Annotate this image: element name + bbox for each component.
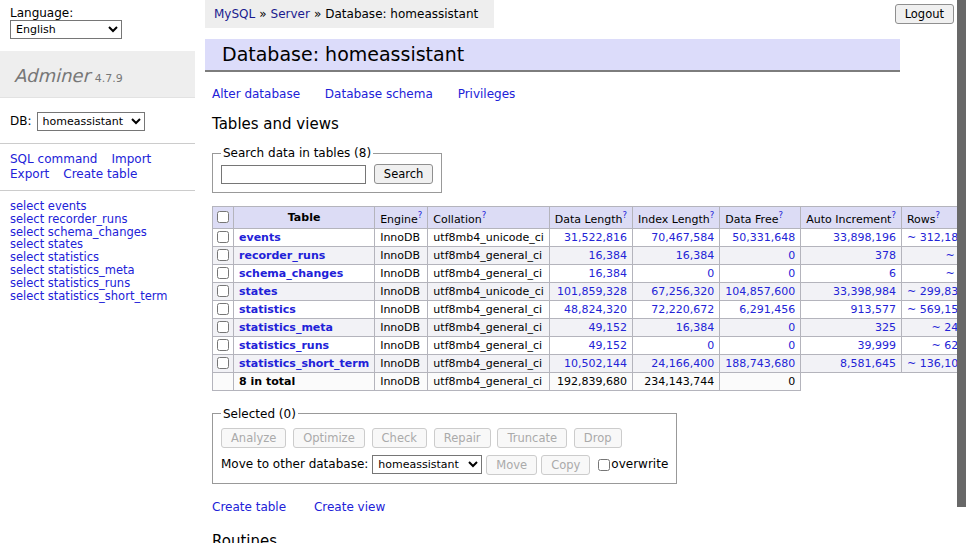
export-link[interactable]: Export (10, 167, 49, 181)
logout-button[interactable]: Logout (895, 4, 954, 24)
sidebar-item-select-statistics-meta[interactable]: select statistics_meta (10, 264, 185, 277)
table-name-link[interactable]: states (239, 285, 278, 298)
data-free-help-icon[interactable]: ? (778, 210, 783, 220)
engine-cell: InnoDB (375, 228, 428, 246)
row-checkbox[interactable] (217, 267, 229, 279)
auto-increment-link[interactable]: 913,577 (850, 303, 896, 316)
data-length-link[interactable]: 49,152 (589, 321, 628, 334)
engine-help-icon[interactable]: ? (418, 210, 423, 220)
create-table-link[interactable]: Create table (212, 500, 286, 514)
data-length-link[interactable]: 16,384 (589, 267, 628, 280)
data-length-link[interactable]: 49,152 (589, 339, 628, 352)
data-length-link[interactable]: 101,859,328 (557, 285, 627, 298)
move-database-select[interactable]: homeassistant (372, 455, 482, 474)
collation-help-icon[interactable]: ? (482, 210, 487, 220)
data-length-link[interactable]: 48,824,320 (564, 303, 627, 316)
table-name-link[interactable]: statistics_short_term (239, 357, 369, 370)
sql-command-link[interactable]: SQL command (10, 152, 97, 166)
create-view-link[interactable]: Create view (314, 500, 385, 514)
sidebar-item-select-events[interactable]: select events (10, 200, 185, 213)
collation-cell: utf8mb4_general_ci (428, 354, 549, 372)
select-all-checkbox[interactable] (217, 211, 229, 223)
data-free-link[interactable]: 6,291,456 (739, 303, 795, 316)
privileges-link[interactable]: Privileges (458, 87, 516, 101)
auto-increment-link[interactable]: 39,999 (857, 339, 896, 352)
data-free-link[interactable]: 0 (788, 339, 795, 352)
table-name-link[interactable]: statistics (239, 303, 296, 316)
table-name-link[interactable]: schema_changes (239, 267, 343, 280)
index-length-link[interactable]: 0 (707, 267, 714, 280)
breadcrumb-current: Database: homeassistant (325, 7, 478, 21)
data-length-link[interactable]: 10,502,144 (564, 357, 627, 370)
alter-database-link[interactable]: Alter database (212, 87, 300, 101)
language-select[interactable]: English (10, 20, 122, 39)
data-length-help-icon[interactable]: ? (623, 210, 628, 220)
row-checkbox[interactable] (217, 249, 229, 261)
create-links-row: Create table Create view (212, 500, 900, 514)
page-title: Database: homeassistant (205, 39, 900, 72)
table-row: statistics_meta InnoDB utf8mb4_general_c… (213, 318, 966, 336)
auto-increment-help-icon[interactable]: ? (891, 210, 896, 220)
index-length-link[interactable]: 72,220,672 (651, 303, 714, 316)
index-length-help-icon[interactable]: ? (710, 210, 715, 220)
search-button[interactable]: Search (374, 164, 434, 184)
data-free-link[interactable]: 0 (788, 321, 795, 334)
data-free-link[interactable]: 104,857,600 (725, 285, 795, 298)
db-select[interactable]: homeassistant (37, 112, 145, 131)
table-name-link[interactable]: statistics_meta (239, 321, 333, 334)
index-length-link[interactable]: 67,256,320 (651, 285, 714, 298)
index-length-link[interactable]: 70,467,584 (651, 231, 714, 244)
data-length-link[interactable]: 31,522,816 (564, 231, 627, 244)
overwrite-checkbox[interactable] (598, 459, 610, 471)
data-free-link[interactable]: 0 (788, 267, 795, 280)
engine-cell: InnoDB (375, 336, 428, 354)
auto-increment-link[interactable]: 6 (889, 267, 896, 280)
database-schema-link[interactable]: Database schema (325, 87, 433, 101)
table-name-link[interactable]: statistics_runs (239, 339, 329, 352)
collation-cell: utf8mb4_general_ci (428, 246, 549, 264)
drop-button: Drop (574, 428, 622, 448)
index-length-link[interactable]: 24,166,400 (651, 357, 714, 370)
search-input[interactable] (221, 165, 366, 184)
table-row: states InnoDB utf8mb4_unicode_ci 101,859… (213, 282, 966, 300)
row-checkbox[interactable] (217, 357, 229, 369)
breadcrumb-server-link[interactable]: Server (271, 7, 310, 21)
rows-help-icon[interactable]: ? (936, 210, 941, 220)
sidebar-table-list: select events select recorder_runs selec… (0, 191, 195, 311)
data-free-link[interactable]: 188,743,680 (725, 357, 795, 370)
data-free-link[interactable]: 0 (788, 249, 795, 262)
auto-increment-cell: 8,581,645 (801, 354, 902, 372)
row-checkbox[interactable] (217, 231, 229, 243)
engine-cell: InnoDB (375, 318, 428, 336)
create-table-link-sidebar[interactable]: Create table (63, 167, 137, 181)
tables-list: Table Engine? Collation? Data Length? In… (212, 206, 966, 391)
index-length-link[interactable]: 16,384 (676, 321, 715, 334)
index-length-link[interactable]: 16,384 (676, 249, 715, 262)
sidebar-item-select-recorder-runs[interactable]: select recorder_runs (10, 213, 185, 226)
sidebar-item-select-statistics-runs[interactable]: select statistics_runs (10, 277, 185, 290)
auto-increment-link[interactable]: 8,581,645 (840, 357, 896, 370)
data-length-cell: 16,384 (549, 246, 632, 264)
import-link[interactable]: Import (111, 152, 151, 166)
sidebar-item-select-statistics-short-term[interactable]: select statistics_short_term (10, 290, 185, 303)
row-checkbox[interactable] (217, 339, 229, 351)
breadcrumb-mysql-link[interactable]: MySQL (214, 7, 255, 21)
data-length-link[interactable]: 16,384 (589, 249, 628, 262)
auto-increment-link[interactable]: 33,398,984 (833, 285, 896, 298)
table-name-link[interactable]: events (239, 231, 281, 244)
table-name-link[interactable]: recorder_runs (239, 249, 325, 262)
auto-increment-link[interactable]: 325 (875, 321, 896, 334)
row-checkbox[interactable] (217, 285, 229, 297)
data-free-link[interactable]: 50,331,648 (732, 231, 795, 244)
table-row: schema_changes InnoDB utf8mb4_general_ci… (213, 264, 966, 282)
page-scrollbar-track[interactable] (957, 0, 966, 543)
row-checkbox[interactable] (217, 321, 229, 333)
totals-data-length: 192,839,680 (549, 372, 632, 390)
auto-increment-link[interactable]: 33,898,196 (833, 231, 896, 244)
index-length-cell: 70,467,584 (633, 228, 720, 246)
row-checkbox[interactable] (217, 303, 229, 315)
auto-increment-link[interactable]: 378 (875, 249, 896, 262)
index-length-link[interactable]: 0 (707, 339, 714, 352)
collation-cell: utf8mb4_unicode_ci (428, 282, 549, 300)
page-scrollbar-thumb[interactable] (957, 0, 966, 507)
